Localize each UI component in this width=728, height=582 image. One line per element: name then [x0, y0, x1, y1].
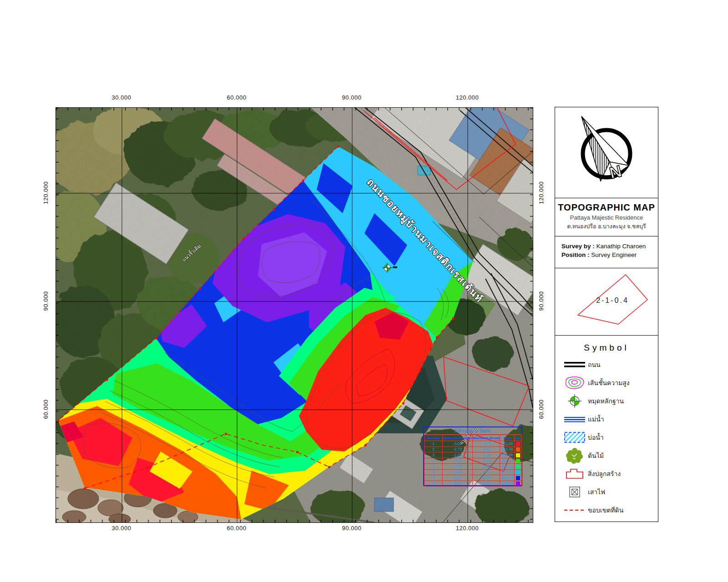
- tree-icon: [561, 447, 588, 464]
- table-row: 4-1.85-0.43869.24: [425, 458, 522, 464]
- legend-item-river: แม่น้ำ: [555, 410, 658, 428]
- elevations-table: Elevations Table Number Minimum Elevatio…: [423, 426, 522, 486]
- contour-icon: [561, 375, 588, 391]
- table-row: 5-0.43-0.04814.22: [425, 464, 522, 470]
- grid-label-right-90: 90.000: [538, 291, 545, 311]
- color-swatch: [516, 470, 520, 474]
- north-arrow-section: N: [555, 107, 658, 198]
- col-min: Minimum Elevation: [443, 435, 473, 441]
- north-arrow-icon: N: [555, 107, 658, 197]
- grid-label-left-60: 60.000: [42, 400, 49, 419]
- symbol-legend-section: Symbol ถนน เส้นชั้นความสูง: [555, 336, 658, 520]
- light-pole-icon: [561, 485, 588, 499]
- grid-label-right-60: 60.000: [538, 400, 545, 419]
- grid-label-left-120: 120.000: [42, 181, 49, 205]
- river-icon: [561, 412, 588, 426]
- grid-label-top-30: 30.000: [112, 94, 131, 101]
- grid-label-left-90: 90.000: [42, 291, 49, 311]
- parcel-area-label: 2-1-0.4: [596, 296, 629, 304]
- col-max: Maximum Elevation: [473, 435, 500, 441]
- road-icon: [561, 358, 588, 371]
- title-section: TOPOGRAPHIC MAP Pattaya Majestic Residen…: [555, 198, 658, 236]
- symbol-legend-title: Symbol: [555, 336, 658, 356]
- grid-label-bottom-90: 90.000: [342, 525, 362, 532]
- elevations-table-title: Elevations Table: [424, 427, 521, 435]
- table-row: 1-3.03-2.73472.68: [425, 441, 522, 447]
- col-color: Color: [515, 435, 522, 441]
- title-block-panel: N TOPOGRAPHIC MAP Pattaya Majestic Resid…: [555, 107, 658, 522]
- position-value: Survey Engineer: [591, 251, 637, 258]
- parcel-outline: 2-1-0.4: [555, 268, 658, 335]
- parcel-sketch-section: 2-1-0.4: [555, 268, 658, 336]
- color-swatch: [516, 482, 520, 486]
- tick-marks-bottom: [56, 520, 533, 522]
- table-header-row: Number Minimum Elevation Maximum Elevati…: [425, 435, 522, 441]
- legend-item-tree: ต้นไม้: [555, 447, 658, 465]
- tick-marks-top: [56, 108, 533, 110]
- grid-label-bottom-60: 60.000: [227, 525, 247, 532]
- legend-item-benchmark: หมุดหลักฐาน: [555, 392, 658, 410]
- building-icon: [561, 467, 588, 481]
- legend-item-contour: เส้นชั้นความสูง: [555, 374, 658, 392]
- grid-label-top-90: 90.000: [342, 94, 362, 101]
- table-row: 80.371.64348.07: [425, 481, 522, 487]
- legend-item-land-boundary: ขอบเขตที่ดิน: [555, 501, 658, 519]
- benchmark-icon: [561, 394, 588, 408]
- color-swatch: [516, 442, 520, 446]
- grid-label-right-120: 120.000: [538, 181, 545, 205]
- map-subtitle: Pattaya Majestic Residence: [555, 214, 658, 221]
- color-swatch: [516, 447, 520, 452]
- survey-info-section: Survey by : Kanathip Charoen Position : …: [555, 236, 658, 268]
- pond-icon: [561, 430, 588, 445]
- color-swatch: [516, 453, 520, 457]
- table-row: 3-2.62-1.85717.88: [425, 452, 522, 458]
- table-row: 70.110.37902.24: [425, 475, 522, 481]
- col-number: Number: [425, 435, 443, 441]
- legend-item-building: สิ่งปลูกสร้าง: [555, 465, 658, 483]
- tick-marks-left: [56, 108, 59, 522]
- survey-by-value: Kanathip Charoen: [597, 243, 646, 250]
- position-label: Position :: [561, 251, 590, 258]
- map-title: TOPOGRAPHIC MAP: [555, 202, 658, 213]
- grid-label-top-120: 120.000: [456, 94, 479, 101]
- color-swatch: [516, 465, 520, 469]
- survey-by-label: Survey by :: [561, 243, 595, 250]
- land-boundary-icon: [561, 503, 588, 517]
- legend-item-light-pole: เสาไฟ: [555, 483, 658, 501]
- table-row: 2-2.73-2.62533.34: [425, 447, 522, 452]
- map-sheet: ถนนซอยหมู่บ้านมาเจสติกเรสเด้นท์ แนวรั้วเ…: [0, 0, 728, 582]
- tick-marks-right: [530, 108, 533, 522]
- grid-label-bottom-30: 30.000: [112, 525, 131, 532]
- color-swatch: [516, 459, 520, 463]
- map-viewport: ถนนซอยหมู่บ้านมาเจสติกเรสเด้นท์ แนวรั้วเ…: [56, 107, 533, 523]
- color-swatch: [516, 476, 520, 480]
- table-row: 6-0.040.11907.63: [425, 469, 522, 475]
- legend-item-road: ถนน: [555, 356, 658, 374]
- map-address: ต.หนองปรือ อ.บางละมุง จ.ชลบุรี: [555, 222, 658, 231]
- grid-label-top-60: 60.000: [227, 94, 247, 101]
- grid-label-bottom-120: 120.000: [456, 525, 479, 532]
- legend-item-pond: บ่อน้ำ: [555, 428, 658, 447]
- col-area: Area: [500, 435, 515, 441]
